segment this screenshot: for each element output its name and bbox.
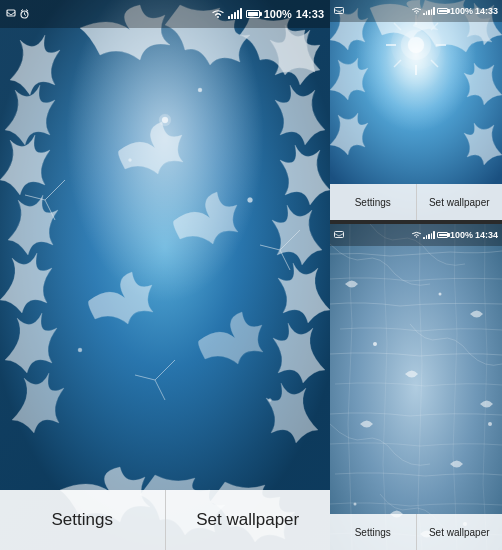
- battery-right-bottom: [437, 232, 448, 238]
- svg-point-17: [269, 399, 272, 402]
- set-wallpaper-button-right-top[interactable]: Set wallpaper: [417, 184, 503, 220]
- svg-line-22: [21, 10, 23, 12]
- battery-left: [246, 10, 260, 18]
- right-bottom-buttons: Settings Set wallpaper: [330, 514, 502, 550]
- right-top-preview: 100% 14:33 Settings Set wallpaper: [330, 0, 502, 220]
- set-wallpaper-button-left[interactable]: Set wallpaper: [166, 490, 331, 550]
- status-right-left: 100% 14:33: [212, 8, 324, 20]
- status-icons-left: [6, 9, 30, 19]
- signal-bars-left: [228, 9, 242, 19]
- svg-point-16: [78, 348, 82, 352]
- frost-overlay-left: [0, 0, 330, 550]
- battery-right-top: [437, 8, 448, 14]
- battery-pct-left: 100%: [264, 8, 292, 20]
- svg-point-14: [129, 159, 132, 162]
- status-bar-left: 100% 14:33: [0, 0, 330, 28]
- svg-rect-38: [330, 224, 502, 550]
- signal-bars-right-top: [423, 7, 435, 15]
- left-panel: 100% 14:33 Settings Set wallpaper: [0, 0, 330, 550]
- signal-bars-right-bottom: [423, 231, 435, 239]
- right-bottom-frost: [330, 224, 502, 550]
- settings-button-right-bottom[interactable]: Settings: [330, 514, 417, 550]
- bottom-buttons-left: Settings Set wallpaper: [0, 490, 330, 550]
- time-left: 14:33: [296, 8, 324, 20]
- left-wallpaper-bg: [0, 0, 330, 550]
- right-panel: 100% 14:33 Settings Set wallpaper: [330, 0, 502, 550]
- settings-button-left[interactable]: Settings: [0, 490, 166, 550]
- right-top-buttons: Settings Set wallpaper: [330, 184, 502, 220]
- svg-line-23: [26, 10, 28, 12]
- status-bar-right-top: 100% 14:33: [330, 0, 502, 22]
- svg-point-40: [439, 293, 442, 296]
- svg-point-12: [159, 114, 171, 126]
- time-right-bottom: 14:34: [475, 230, 498, 240]
- time-right-top: 14:33: [475, 6, 498, 16]
- status-right-right-bottom: 100% 14:34: [412, 230, 498, 240]
- status-right-right-top: 100% 14:33: [412, 6, 498, 16]
- settings-button-right-top[interactable]: Settings: [330, 184, 417, 220]
- svg-point-42: [354, 503, 357, 506]
- svg-point-41: [488, 422, 492, 426]
- svg-line-21: [25, 15, 27, 16]
- svg-point-13: [198, 88, 202, 92]
- set-wallpaper-button-right-bottom[interactable]: Set wallpaper: [417, 514, 503, 550]
- right-bottom-preview: 100% 14:34 Settings Set wallpaper: [330, 224, 502, 550]
- status-bar-right-bottom: 100% 14:34: [330, 224, 502, 246]
- svg-point-39: [373, 342, 377, 346]
- battery-pct-right-bottom: 100%: [450, 230, 473, 240]
- svg-point-15: [248, 198, 253, 203]
- battery-pct-right-top: 100%: [450, 6, 473, 16]
